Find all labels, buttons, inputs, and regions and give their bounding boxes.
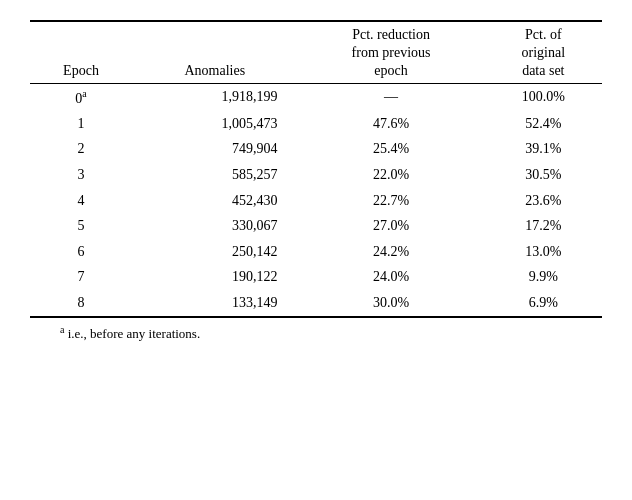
- cell-anomalies: 1,005,473: [132, 111, 298, 137]
- cell-epoch: 4: [30, 188, 132, 214]
- cell-epoch: 0a: [30, 84, 132, 111]
- cell-anomalies: 452,430: [132, 188, 298, 214]
- cell-pct-original: 17.2%: [485, 213, 602, 239]
- cell-pct-reduction: 30.0%: [298, 290, 485, 317]
- data-table: Epoch Anomalies Pct. reductionfrom previ…: [30, 20, 602, 318]
- cell-pct-reduction: 22.0%: [298, 162, 485, 188]
- table-row: 6250,14224.2%13.0%: [30, 239, 602, 265]
- cell-pct-original: 52.4%: [485, 111, 602, 137]
- col-header-epoch: Epoch: [30, 21, 132, 83]
- table-footnote: a i.e., before any iterations.: [60, 324, 572, 342]
- cell-pct-original: 13.0%: [485, 239, 602, 265]
- col-header-anomalies: Anomalies: [132, 21, 298, 83]
- table-row: 2749,90425.4%39.1%: [30, 136, 602, 162]
- cell-epoch: 8: [30, 290, 132, 317]
- cell-anomalies: 190,122: [132, 264, 298, 290]
- table-row: 5330,06727.0%17.2%: [30, 213, 602, 239]
- col-header-pct-original: Pct. oforiginaldata set: [485, 21, 602, 83]
- cell-pct-original: 30.5%: [485, 162, 602, 188]
- col-header-pct-reduction: Pct. reductionfrom previousepoch: [298, 21, 485, 83]
- cell-anomalies: 749,904: [132, 136, 298, 162]
- cell-anomalies: 330,067: [132, 213, 298, 239]
- cell-epoch: 1: [30, 111, 132, 137]
- cell-anomalies: 250,142: [132, 239, 298, 265]
- cell-pct-original: 6.9%: [485, 290, 602, 317]
- table-row: 11,005,47347.6%52.4%: [30, 111, 602, 137]
- cell-pct-reduction: 22.7%: [298, 188, 485, 214]
- footnote-marker: a: [60, 324, 64, 335]
- cell-pct-reduction: 24.0%: [298, 264, 485, 290]
- cell-epoch: 5: [30, 213, 132, 239]
- cell-pct-reduction: 25.4%: [298, 136, 485, 162]
- table-row: 7190,12224.0%9.9%: [30, 264, 602, 290]
- cell-epoch: 3: [30, 162, 132, 188]
- table-row: 0a1,918,199—100.0%: [30, 84, 602, 111]
- footnote-text: i.e., before any iterations.: [68, 326, 200, 341]
- cell-epoch: 7: [30, 264, 132, 290]
- cell-epoch: 2: [30, 136, 132, 162]
- cell-pct-reduction: 27.0%: [298, 213, 485, 239]
- cell-anomalies: 1,918,199: [132, 84, 298, 111]
- table-row: 4452,43022.7%23.6%: [30, 188, 602, 214]
- cell-anomalies: 585,257: [132, 162, 298, 188]
- cell-pct-reduction: —: [298, 84, 485, 111]
- cell-pct-original: 100.0%: [485, 84, 602, 111]
- table-row: 8133,14930.0%6.9%: [30, 290, 602, 317]
- cell-pct-reduction: 24.2%: [298, 239, 485, 265]
- table-container: Epoch Anomalies Pct. reductionfrom previ…: [30, 20, 602, 342]
- cell-pct-original: 9.9%: [485, 264, 602, 290]
- cell-pct-original: 23.6%: [485, 188, 602, 214]
- cell-epoch: 6: [30, 239, 132, 265]
- cell-pct-reduction: 47.6%: [298, 111, 485, 137]
- table-row: 3585,25722.0%30.5%: [30, 162, 602, 188]
- cell-pct-original: 39.1%: [485, 136, 602, 162]
- cell-anomalies: 133,149: [132, 290, 298, 317]
